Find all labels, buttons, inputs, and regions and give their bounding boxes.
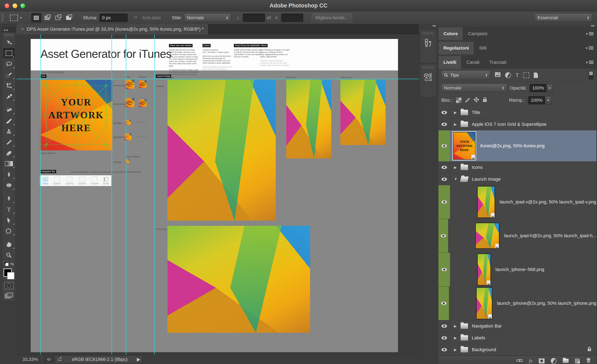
dodge-tool[interactable] <box>2 180 16 191</box>
layer-row-launch-iphone568[interactable]: launch_iphone~568.png <box>439 253 596 287</box>
visibility-toggle[interactable] <box>439 219 448 253</box>
eraser-tool[interactable] <box>2 147 16 158</box>
icon-spotlight-ios6-ipad[interactable] <box>125 133 131 140</box>
tab-stili[interactable]: Stili <box>474 42 491 54</box>
launch-iphone35[interactable] <box>340 80 385 145</box>
layer-row-itunes[interactable]: YOURARTWORKHERE itunes@2x.png, 50% itune… <box>439 130 596 162</box>
layer-style-icon[interactable]: fx <box>529 358 533 364</box>
visibility-toggle[interactable] <box>439 287 449 320</box>
navbar-item-custom4[interactable]: Custom4 <box>90 177 99 185</box>
quick-selection-tool[interactable] <box>2 70 16 80</box>
navbar-item-library[interactable]: Library <box>42 177 48 185</box>
height-input[interactable] <box>281 14 303 22</box>
expand-panels-icon[interactable]: ◀◀ <box>419 24 437 29</box>
icon-homescreen-ipad[interactable]: YOURARTWORKHERE <box>125 80 134 89</box>
opacity-input[interactable]: 100%▼ <box>530 84 553 92</box>
layer-thumbnail[interactable] <box>475 223 499 249</box>
screen-mode-button[interactable] <box>5 293 13 298</box>
disclosure-triangle-icon[interactable]: ▶ <box>454 110 458 115</box>
pixel-layer-filter-icon[interactable] <box>495 72 501 78</box>
new-group-icon[interactable] <box>563 359 569 363</box>
lock-all-icon[interactable] <box>483 97 487 104</box>
antialias-checkbox[interactable] <box>133 15 138 20</box>
history-panel-icon[interactable] <box>420 30 437 63</box>
layer-row-background[interactable]: ▶ Background <box>439 344 596 356</box>
layer-thumbnail[interactable] <box>476 287 492 319</box>
guide-vertical[interactable] <box>126 34 126 355</box>
workspace-select[interactable]: Essenziali ▲▼ <box>535 14 592 22</box>
share-icon[interactable] <box>58 357 63 362</box>
zoom-level[interactable]: 33,33% <box>22 357 41 362</box>
navbar-item-viewer[interactable]: Viewer <box>103 177 109 185</box>
quick-mask-button[interactable] <box>4 282 14 289</box>
type-tool[interactable]: T <box>2 204 16 215</box>
healing-brush-tool[interactable] <box>2 104 16 115</box>
canvas-pasteboard[interactable]: Asset Generator for iTunes Place your ow… <box>16 34 419 355</box>
lock-transparency-icon[interactable] <box>456 98 461 103</box>
visibility-toggle[interactable] <box>439 344 450 356</box>
navbar-item-custom2[interactable]: Custom2 <box>65 177 74 185</box>
lock-pixels-icon[interactable] <box>465 97 470 104</box>
selection-mode-add-button[interactable] <box>42 13 52 22</box>
background-color-swatch[interactable] <box>7 272 14 279</box>
status-menu-arrow-icon[interactable]: ▶ <box>137 357 140 362</box>
refine-edge-button[interactable]: Migliora bordo... <box>312 13 352 22</box>
guide-vertical[interactable] <box>111 34 112 355</box>
pen-tool[interactable] <box>2 193 16 204</box>
layer-thumbnail[interactable]: YOURARTWORKHERE <box>453 132 476 160</box>
disclosure-triangle-icon[interactable]: ▼ <box>454 177 458 181</box>
collapse-panels-icon[interactable]: ▶▶ <box>438 24 597 27</box>
custom-shape-tool[interactable] <box>2 226 16 236</box>
navbar-item-custom1[interactable]: Custom1 <box>53 177 61 185</box>
history-brush-tool[interactable] <box>2 137 16 147</box>
tab-tracciati[interactable]: Tracciati <box>484 56 511 69</box>
icon-homescreen-iphone[interactable]: YOURARTWORKHERE <box>139 81 147 88</box>
selection-mode-subtract-button[interactable] <box>53 13 63 22</box>
selection-mode-new-button[interactable] <box>31 13 41 22</box>
visibility-toggle[interactable] <box>439 107 450 118</box>
shape-filter-icon[interactable] <box>523 72 529 78</box>
smart-object-filter-icon[interactable] <box>534 72 538 78</box>
guide-vertical[interactable] <box>40 34 41 355</box>
tab-livelli[interactable]: Livelli <box>439 56 461 69</box>
layer-row-labels[interactable]: ▶ Labels <box>439 332 596 344</box>
layer-row-launch-image[interactable]: ▼ Launch Image <box>439 173 596 185</box>
lock-position-icon[interactable] <box>473 97 479 104</box>
swap-dimensions-icon[interactable]: ⇄ <box>267 15 271 21</box>
canvas-document[interactable]: Asset Generator for iTunes Place your ow… <box>31 39 398 352</box>
tools-collapse-icon[interactable]: ▶▶ <box>2 27 16 32</box>
trash-icon[interactable] <box>586 357 591 364</box>
link-layers-icon[interactable] <box>517 358 523 364</box>
filter-kind-select[interactable]: Tipo ▲▼ <box>441 70 490 80</box>
type-filter-icon[interactable]: T <box>516 72 519 78</box>
disclosure-triangle-icon[interactable]: ▶ <box>454 324 458 328</box>
eyedropper-tool[interactable] <box>2 91 16 102</box>
adjustment-filter-icon[interactable] <box>505 72 511 78</box>
layer-row-icons[interactable]: ▶ Icons <box>439 162 596 173</box>
rectangular-marquee-tool[interactable] <box>3 48 15 59</box>
visibility-toggle[interactable] <box>439 173 450 185</box>
filter-toggle-switch[interactable] <box>589 71 593 79</box>
visibility-toggle[interactable] <box>439 130 450 161</box>
itunes-artwork-tile[interactable]: YOURARTWORKHERE <box>40 80 112 150</box>
tab-colore[interactable]: Colore <box>439 27 463 40</box>
panel-menu-icon[interactable]: ▼ <box>585 32 593 36</box>
foreground-background-swatches[interactable] <box>4 269 14 279</box>
disclosure-triangle-icon[interactable]: ▶ <box>454 336 458 340</box>
width-input[interactable] <box>243 14 265 22</box>
layer-thumbnail[interactable] <box>477 186 495 218</box>
document-tab[interactable]: × DPS Asset Generator iTunes.psd @ 33,3%… <box>16 24 208 34</box>
icon-homescreen-ios6-ipad[interactable]: YOURARTWORKHERE <box>125 98 134 107</box>
layer-row-icon-grid[interactable]: ▶ Apple iOS 7 Icon Grid & Superellipse <box>439 118 596 130</box>
close-tab-icon[interactable]: × <box>21 26 24 32</box>
visibility-toggle[interactable] <box>439 332 450 344</box>
feather-input[interactable]: 0 px <box>100 14 128 22</box>
generator-sync-button[interactable] <box>43 356 55 363</box>
tab-campioni[interactable]: Campioni <box>463 27 492 40</box>
brush-tool[interactable] <box>2 115 16 126</box>
navbar-item-custom3[interactable]: Custom3 <box>78 177 86 185</box>
disclosure-triangle-icon[interactable]: ▶ <box>454 348 458 352</box>
swap-colors-icon[interactable]: ⇆ <box>10 262 14 266</box>
panel-menu-icon[interactable]: ▼ <box>585 46 593 50</box>
path-selection-tool[interactable] <box>2 215 16 226</box>
